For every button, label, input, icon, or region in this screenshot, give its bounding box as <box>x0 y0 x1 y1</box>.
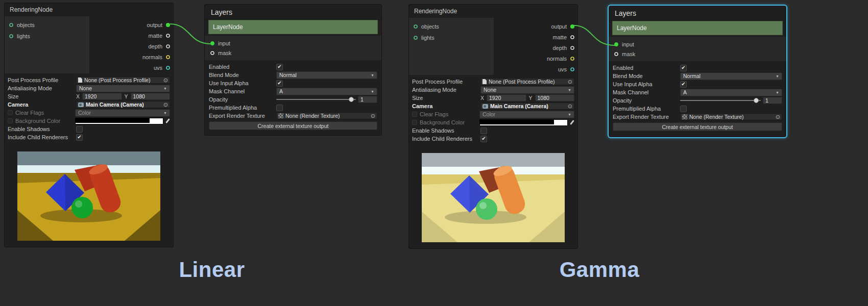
size-x-input[interactable]: 1920 <box>82 93 122 100</box>
background-color-field[interactable] <box>75 118 163 124</box>
input-port-objects[interactable]: objects <box>5 19 89 31</box>
object-picker-icon[interactable]: ⊙ <box>371 113 375 119</box>
check-icon: ✔ <box>77 135 81 140</box>
antialiasing-mode-dropdown[interactable]: None ▼ <box>480 86 574 94</box>
output-port-matte[interactable]: matte <box>88 30 173 41</box>
object-picker-icon[interactable]: ⊙ <box>568 79 572 85</box>
chevron-down-icon: ▼ <box>163 87 167 90</box>
camera-field[interactable]: Main Camera (Camera) ⊙ <box>76 101 170 108</box>
layers-panel-linear[interactable]: Layers LayerNode input mask Enabled ✔ Bl… <box>204 4 382 136</box>
include-child-renderers-checkbox[interactable]: ✔ <box>76 134 83 141</box>
rendering-node-linear[interactable]: RenderingNode objects lights output matt… <box>4 3 174 247</box>
output-port-output[interactable]: output <box>88 19 173 30</box>
blend-mode-dropdown[interactable]: Normal ▼ <box>680 72 782 80</box>
enable-shadows-checkbox[interactable] <box>480 128 487 134</box>
opacity-slider[interactable] <box>276 96 356 103</box>
opacity-input[interactable]: 1 <box>763 97 782 104</box>
size-x-value: 1920 <box>85 93 97 99</box>
slider-knob[interactable] <box>349 97 354 102</box>
size-y-value: 1080 <box>538 95 549 101</box>
eyedropper-icon[interactable] <box>570 119 574 126</box>
input-port-input[interactable]: input <box>609 39 786 49</box>
clear-flags-override-checkbox[interactable] <box>412 112 417 117</box>
use-input-alpha-checkbox[interactable]: ✔ <box>680 81 687 88</box>
port-dot-icon <box>9 34 14 39</box>
slider-knob[interactable] <box>754 98 759 103</box>
export-render-texture-field[interactable]: None (Render Texture) ⊙ <box>276 112 377 119</box>
object-picker-icon[interactable]: ⊙ <box>568 104 572 109</box>
background-color-field[interactable] <box>479 119 568 126</box>
use-input-alpha-checkbox[interactable]: ✔ <box>276 80 283 87</box>
port-dot-icon <box>570 35 575 40</box>
input-port-lights[interactable]: lights <box>409 32 494 43</box>
port-label: mask <box>622 51 635 57</box>
input-port-objects[interactable]: objects <box>409 21 494 32</box>
create-external-texture-output-button[interactable]: Create external texture output <box>209 121 377 130</box>
enabled-checkbox[interactable]: ✔ <box>680 65 687 71</box>
port-label: lights <box>421 35 435 41</box>
property-label: Antialiasing Mode <box>412 87 480 93</box>
premultiplied-alpha-checkbox[interactable] <box>276 105 283 111</box>
camera-field[interactable]: Main Camera (Camera) ⊙ <box>480 103 574 110</box>
create-external-texture-output-button[interactable]: Create external texture output <box>613 122 782 131</box>
clear-flags-dropdown[interactable]: Color ▼ <box>479 111 574 118</box>
object-picker-icon[interactable]: ⊙ <box>163 78 168 83</box>
opacity-input[interactable]: 1 <box>358 96 377 103</box>
rendering-node-gamma[interactable]: RenderingNode objects lights output matt… <box>408 4 578 249</box>
output-port-output[interactable]: output <box>493 21 577 32</box>
object-picker-icon[interactable]: ⊙ <box>776 114 780 120</box>
layer-node-header[interactable]: LayerNode <box>612 21 783 35</box>
blend-mode-dropdown[interactable]: Normal ▼ <box>276 71 377 79</box>
layer-node-name: LayerNode <box>213 23 243 31</box>
output-port-matte[interactable]: matte <box>493 32 577 42</box>
input-port-lights[interactable]: lights <box>5 31 89 42</box>
premultiplied-alpha-checkbox[interactable] <box>680 106 687 112</box>
include-child-renderers-checkbox[interactable]: ✔ <box>480 136 487 142</box>
mask-channel-dropdown[interactable]: A ▼ <box>680 89 782 96</box>
clear-flags-override-checkbox[interactable] <box>8 110 13 115</box>
background-color-override-checkbox[interactable] <box>412 120 417 125</box>
opacity-value: 1 <box>765 97 768 104</box>
input-port-input[interactable]: input <box>205 38 381 48</box>
antialiasing-mode-dropdown[interactable]: None ▼ <box>76 85 170 92</box>
dropdown-value: Color <box>483 111 568 117</box>
port-label: normals <box>142 54 162 60</box>
output-port-uvs[interactable]: uvs <box>493 64 577 74</box>
chevron-down-icon: ▼ <box>568 113 571 116</box>
output-port-uvs[interactable]: uvs <box>88 62 173 73</box>
layers-panel-gamma[interactable]: Layers LayerNode input mask Enabled ✔ Bl… <box>608 5 787 138</box>
output-port-normals[interactable]: normals <box>493 53 577 64</box>
output-port-depth[interactable]: depth <box>493 42 577 53</box>
object-field-value: None (Render Texture) <box>689 114 774 120</box>
dropdown-value: None <box>79 85 163 91</box>
background-color-override-checkbox[interactable] <box>8 118 13 123</box>
export-render-texture-field[interactable]: None (Render Texture) ⊙ <box>680 113 782 120</box>
axis-x-label: X <box>480 95 484 101</box>
size-y-input[interactable]: 1080 <box>131 93 170 100</box>
port-label: lights <box>17 33 30 39</box>
dropdown-value: Normal <box>683 73 776 79</box>
port-label: uvs <box>558 66 567 72</box>
post-process-profile-field[interactable]: None (Post Process Profile) ⊙ <box>76 76 170 84</box>
post-process-profile-field[interactable]: None (Post Process Profile) ⊙ <box>480 78 574 85</box>
object-picker-icon[interactable]: ⊙ <box>163 102 168 108</box>
port-dot-icon <box>570 56 575 61</box>
eyedropper-icon[interactable] <box>165 118 170 124</box>
size-x-input[interactable]: 1920 <box>487 94 526 101</box>
output-port-normals[interactable]: normals <box>88 52 173 62</box>
output-port-depth[interactable]: depth <box>88 41 173 52</box>
size-y-input[interactable]: 1080 <box>535 94 574 101</box>
input-port-mask[interactable]: mask <box>205 48 381 58</box>
layer-node-header[interactable]: LayerNode <box>208 20 378 34</box>
property-label: Premultiplied Alpha <box>613 106 680 112</box>
clear-flags-dropdown[interactable]: Color ▼ <box>75 109 170 117</box>
mask-channel-dropdown[interactable]: A ▼ <box>276 88 377 95</box>
opacity-slider[interactable] <box>680 97 761 104</box>
port-dot-icon <box>570 24 575 29</box>
port-label: objects <box>421 23 439 30</box>
input-port-mask[interactable]: mask <box>609 49 786 59</box>
port-label: depth <box>552 45 567 51</box>
enable-shadows-checkbox[interactable] <box>76 126 83 133</box>
enabled-checkbox[interactable]: ✔ <box>276 64 283 70</box>
property-label: Use Input Alpha <box>209 80 276 86</box>
